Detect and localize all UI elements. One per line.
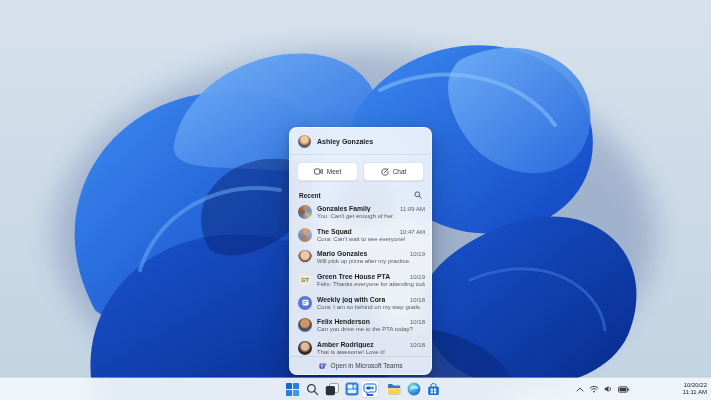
- edge-icon: [407, 382, 421, 396]
- avatar-initials: GT: [301, 277, 309, 283]
- conversation-name: Gonzales Family: [317, 205, 371, 212]
- task-view-button[interactable]: [324, 381, 340, 397]
- conversation-the-squad[interactable]: The Squad 10:47 AM Cora: Can't wait to s…: [290, 224, 431, 247]
- conversation-preview: Cora: Can't wait to see everyone!: [317, 236, 425, 242]
- conversation-time: 10:47 AM: [400, 229, 425, 235]
- conversation-name: Amber Rodriguez: [317, 341, 374, 348]
- wifi-icon[interactable]: [589, 385, 599, 393]
- compose-icon: [381, 168, 389, 176]
- conversation-time: 10/19: [410, 274, 425, 280]
- open-in-teams-link[interactable]: Open in Microsoft Teams: [290, 356, 431, 374]
- conversation-name: Green Tree House PTA: [317, 273, 390, 280]
- tray-chevron-up-icon[interactable]: [576, 387, 584, 392]
- open-in-teams-label: Open in Microsoft Teams: [331, 362, 403, 369]
- windows-desktop: { "chat_flyout": { "header": { "user_nam…: [0, 0, 711, 400]
- search-icon: [306, 383, 319, 396]
- conversation-name: Mario Gonzales: [317, 250, 367, 257]
- edge-button[interactable]: [406, 381, 422, 397]
- video-camera-icon: [314, 168, 323, 175]
- conversation-name: The Squad: [317, 228, 352, 235]
- conversation-preview: You: Can't get enough of her.: [317, 213, 425, 219]
- recent-label: Recent: [299, 192, 321, 199]
- conversation-time: 10/18: [410, 297, 425, 303]
- microsoft-store-button[interactable]: [425, 381, 441, 397]
- taskbar-date: 10/20/22: [684, 382, 707, 389]
- search-icon[interactable]: [414, 191, 422, 199]
- conversation-mario-gonzales[interactable]: Mario Gonzales 10/19 Will pick up pizza …: [290, 246, 431, 269]
- initials-avatar: GT: [298, 273, 312, 287]
- group-avatar: [298, 228, 312, 242]
- person-avatar: [298, 341, 312, 355]
- teams-logo-icon: [319, 362, 327, 370]
- conversation-felix-henderson[interactable]: Felix Henderson 10/18 Can you drive me t…: [290, 314, 431, 337]
- taskbar-time: 11:11 AM: [683, 389, 707, 396]
- microsoft-store-icon: [427, 383, 440, 396]
- user-name: Ashley Gonzales: [317, 138, 373, 145]
- battery-icon[interactable]: [618, 386, 629, 393]
- person-avatar: [298, 318, 312, 332]
- chat-button[interactable]: Chat: [363, 162, 424, 181]
- meet-button[interactable]: Meet: [297, 162, 358, 181]
- widgets-icon: [345, 382, 359, 396]
- conversation-weekly-jog[interactable]: Weekly jog with Cora 10/18 Cora: I am so…: [290, 291, 431, 314]
- conversation-preview: Cora: I am so behind on my step goals.: [317, 304, 425, 310]
- group-avatar: [298, 205, 312, 219]
- windows-logo-icon: [286, 383, 299, 396]
- active-app-indicator: [367, 394, 374, 396]
- conversation-time: 10/18: [410, 319, 425, 325]
- conversation-name: Felix Henderson: [317, 318, 370, 325]
- person-avatar: [298, 250, 312, 264]
- start-button[interactable]: [284, 381, 300, 397]
- chat-button-taskbar[interactable]: [362, 381, 378, 397]
- search-button[interactable]: [304, 381, 320, 397]
- teams-chat-flyout: Ashley Gonzales Meet Chat Recent: [289, 127, 432, 375]
- conversation-preview: That is awesome! Love it!: [317, 349, 425, 355]
- task-view-icon: [325, 382, 339, 396]
- system-tray: [576, 378, 629, 400]
- file-explorer-button[interactable]: [386, 381, 402, 397]
- widgets-button[interactable]: [344, 381, 360, 397]
- volume-icon[interactable]: [604, 385, 613, 393]
- conversation-time: 11:09 AM: [400, 206, 425, 212]
- action-buttons: Meet Chat: [290, 155, 431, 186]
- conversation-gonzales-family[interactable]: Gonzales Family 11:09 AM You: Can't get …: [290, 201, 431, 224]
- conversation-time: 10/18: [410, 342, 425, 348]
- calendar-icon: [302, 299, 309, 306]
- conversation-green-tree-house-pta[interactable]: GT Green Tree House PTA 10/19 Felix: Tha…: [290, 269, 431, 292]
- conversation-name: Weekly jog with Cora: [317, 296, 385, 303]
- chat-button-label: Chat: [393, 168, 407, 175]
- conversation-time: 10/19: [410, 251, 425, 257]
- taskbar-clock[interactable]: 10/20/22 11:11 AM: [669, 378, 707, 400]
- user-avatar: [298, 135, 311, 148]
- taskbar: 10/20/22 11:11 AM: [0, 378, 711, 400]
- file-explorer-icon: [387, 383, 401, 395]
- flyout-user-header[interactable]: Ashley Gonzales: [290, 128, 431, 155]
- conversation-preview: Can you drive me to the PTA today?: [317, 326, 425, 332]
- conversation-preview: Felix: Thanks everyone for attending tod…: [317, 281, 425, 287]
- calendar-avatar: [298, 296, 312, 310]
- meet-button-label: Meet: [327, 168, 341, 175]
- conversation-amber-rodriguez[interactable]: Amber Rodriguez 10/18 That is awesome! L…: [290, 337, 431, 356]
- conversation-preview: Will pick up pizza after my practice.: [317, 258, 425, 264]
- recent-header: Recent: [290, 186, 431, 201]
- conversation-list: Gonzales Family 11:09 AM You: Can't get …: [290, 201, 431, 356]
